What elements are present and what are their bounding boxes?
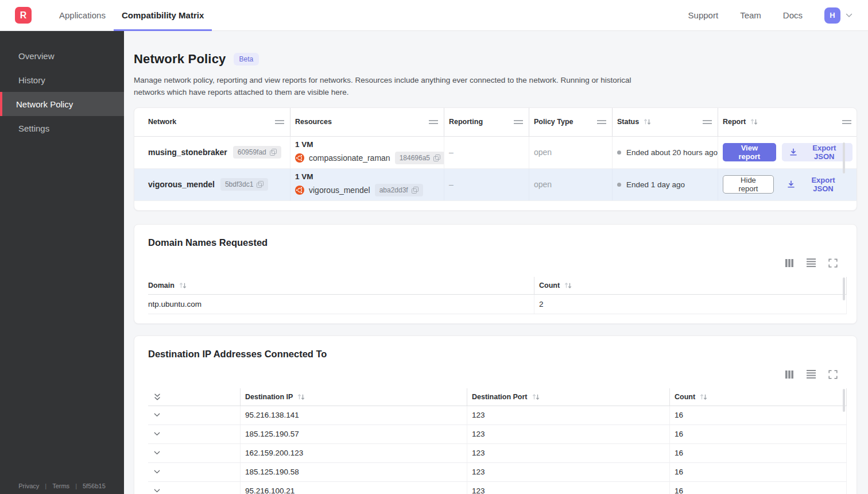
sort-icon[interactable] bbox=[297, 393, 305, 400]
fullscreen-icon[interactable] bbox=[828, 258, 838, 268]
export-json-button[interactable]: Export JSON bbox=[782, 143, 852, 161]
column-header-destination-port: Destination Port bbox=[467, 388, 670, 406]
sidebar-item-history[interactable]: History bbox=[0, 68, 124, 92]
resources-cell: 1 VM vigorous_mendel aba2dd3f bbox=[290, 169, 444, 200]
chevron-down-icon bbox=[845, 11, 853, 20]
destination-ip-cell: 185.125.190.58 bbox=[241, 463, 467, 481]
status-dot bbox=[617, 150, 621, 155]
row-expand-chevron-icon[interactable] bbox=[153, 487, 161, 494]
network-name: vigorous_mendel bbox=[148, 180, 215, 189]
row-expand-chevron-icon[interactable] bbox=[153, 411, 161, 419]
networks-card: Network Resources Reporting Policy Type … bbox=[134, 107, 857, 211]
sort-icon[interactable] bbox=[750, 118, 758, 125]
vm-count: 1 VM bbox=[295, 140, 313, 149]
app-logo-letter: R bbox=[20, 10, 27, 21]
nav-applications[interactable]: Applications bbox=[51, 0, 114, 31]
resource-name: vigorous_mendel bbox=[309, 186, 370, 195]
density-icon[interactable] bbox=[807, 258, 816, 268]
expand-cell bbox=[148, 444, 241, 462]
fullscreen-icon[interactable] bbox=[828, 370, 838, 379]
domains-card: Domain Names Requested Domain Count ntp.… bbox=[134, 224, 857, 324]
network-name: musing_stonebraker bbox=[148, 148, 227, 157]
domain-cell: ntp.ubuntu.com bbox=[148, 295, 534, 314]
ubuntu-icon bbox=[295, 186, 304, 195]
expand-cell bbox=[148, 482, 241, 494]
copy-icon[interactable] bbox=[412, 187, 418, 194]
sort-icon[interactable] bbox=[532, 393, 540, 400]
reporting-cell: – bbox=[444, 137, 529, 168]
nav-support[interactable]: Support bbox=[688, 10, 719, 20]
network-cell: vigorous_mendel 5bdf3dc1 bbox=[134, 169, 290, 200]
copy-icon[interactable] bbox=[270, 149, 277, 156]
column-header-domain: Domain bbox=[148, 277, 534, 294]
resize-handle-icon[interactable] bbox=[597, 120, 606, 124]
sort-icon[interactable] bbox=[644, 118, 651, 125]
copy-icon[interactable] bbox=[433, 155, 440, 161]
resource-name: compassionate_raman bbox=[309, 153, 390, 163]
domains-table-header: Domain Count bbox=[148, 277, 847, 295]
network-id-badge[interactable]: 5bdf3dc1 bbox=[220, 178, 268, 191]
table-scrollbar-thumb[interactable] bbox=[843, 142, 845, 173]
column-header-policy-type: Policy Type bbox=[529, 108, 613, 136]
networks-table-header: Network Resources Reporting Policy Type … bbox=[134, 108, 857, 137]
resize-handle-icon[interactable] bbox=[842, 120, 851, 124]
destination-row: 185.125.190.58 123 16 bbox=[148, 463, 847, 482]
resources-cell: 1 VM compassionate_raman 184696a5 bbox=[290, 137, 444, 168]
export-json-button[interactable]: Export JSON bbox=[780, 175, 852, 194]
count-cell: 2 bbox=[534, 295, 847, 314]
nav-team[interactable]: Team bbox=[740, 10, 761, 20]
sidebar-item-overview[interactable]: Overview bbox=[0, 44, 124, 68]
sort-icon[interactable] bbox=[564, 282, 572, 289]
view-report-button[interactable]: View report bbox=[723, 143, 776, 161]
hide-report-button[interactable]: Hide report bbox=[723, 175, 774, 194]
avatar[interactable]: H bbox=[824, 7, 840, 24]
density-icon[interactable] bbox=[807, 369, 816, 379]
resource-id-badge[interactable]: 184696a5 bbox=[395, 152, 444, 164]
policy-type-cell: open bbox=[529, 137, 613, 168]
sidebar-item-network-policy[interactable]: Network Policy bbox=[0, 92, 124, 116]
card-toolbar bbox=[148, 258, 847, 268]
columns-icon[interactable] bbox=[785, 370, 794, 379]
card-title: Domain Names Requested bbox=[148, 237, 847, 248]
column-header-destination-ip: Destination IP bbox=[241, 388, 467, 406]
column-header-count: Count bbox=[534, 277, 847, 294]
network-row[interactable]: musing_stonebraker 60959fad 1 VM compass… bbox=[134, 137, 857, 169]
resource-id-badge[interactable]: aba2dd3f bbox=[375, 184, 423, 196]
destination-row: 185.125.190.57 123 16 bbox=[148, 425, 847, 444]
table-scrollbar-thumb[interactable] bbox=[843, 389, 845, 412]
network-row[interactable]: vigorous_mendel 5bdf3dc1 1 VM vigorous_m… bbox=[134, 169, 857, 201]
destination-ip-cell: 95.216.100.21 bbox=[241, 482, 467, 494]
column-header-report: Report bbox=[718, 108, 857, 136]
nav-docs[interactable]: Docs bbox=[783, 10, 803, 20]
resize-handle-icon[interactable] bbox=[514, 120, 523, 124]
copy-icon[interactable] bbox=[257, 181, 264, 188]
page-description: Manage network policy, reporting and vie… bbox=[134, 74, 642, 99]
resize-handle-icon[interactable] bbox=[703, 120, 712, 124]
expand-cell bbox=[148, 463, 241, 481]
resize-handle-icon[interactable] bbox=[275, 120, 284, 124]
card-title: Destination IP Addresses Connected To bbox=[148, 349, 847, 360]
sort-icon[interactable] bbox=[179, 282, 187, 289]
resize-handle-icon[interactable] bbox=[429, 120, 438, 124]
table-scrollbar-thumb[interactable] bbox=[843, 277, 845, 300]
expand-all-icon[interactable] bbox=[153, 393, 161, 401]
sidebar-item-settings[interactable]: Settings bbox=[0, 116, 124, 140]
build-version: 5f56b15 bbox=[83, 483, 106, 489]
account-menu[interactable]: H bbox=[824, 7, 853, 24]
row-expand-chevron-icon[interactable] bbox=[153, 430, 161, 438]
row-expand-chevron-icon[interactable] bbox=[153, 468, 161, 476]
sort-icon[interactable] bbox=[700, 393, 707, 400]
terms-link[interactable]: Terms bbox=[52, 483, 69, 489]
privacy-link[interactable]: Privacy bbox=[18, 483, 39, 489]
app-logo[interactable]: R bbox=[15, 7, 32, 24]
row-expand-chevron-icon[interactable] bbox=[153, 449, 161, 457]
expand-all-column-header bbox=[148, 388, 241, 406]
network-cell: musing_stonebraker 60959fad bbox=[134, 137, 290, 168]
destination-ip-cell: 162.159.200.123 bbox=[241, 444, 467, 462]
network-id-badge[interactable]: 60959fad bbox=[233, 146, 281, 159]
top-nav: R Applications Compatibility Matrix Supp… bbox=[0, 0, 868, 31]
count-cell: 16 bbox=[670, 482, 847, 494]
report-cell: Hide report Export JSON bbox=[718, 169, 857, 200]
columns-icon[interactable] bbox=[785, 258, 794, 268]
nav-compatibility-matrix[interactable]: Compatibility Matrix bbox=[114, 0, 212, 31]
